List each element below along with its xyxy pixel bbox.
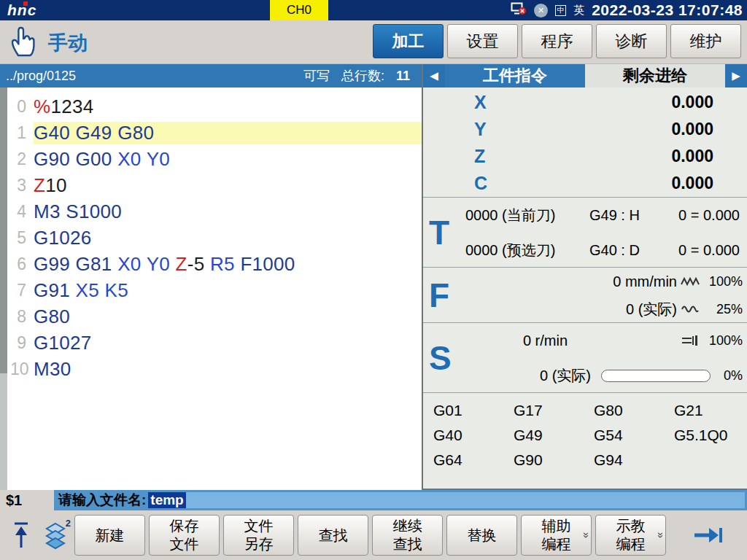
language-icon[interactable]: 中 bbox=[555, 5, 566, 16]
gcode-cell: G01 bbox=[433, 402, 514, 424]
feed-override-value: 100% bbox=[703, 274, 743, 289]
code-line[interactable]: 1G40 G49 G80 bbox=[10, 120, 422, 146]
softkey-label: 辅助 bbox=[542, 517, 571, 535]
code-line[interactable]: 0%1234 bbox=[10, 93, 422, 120]
line-number: 1 bbox=[10, 123, 34, 143]
gcode-cell: G40 bbox=[433, 427, 514, 448]
code-line[interactable]: 7G91 X5 K5 bbox=[10, 277, 422, 303]
axis-row-C: C0.000 bbox=[423, 170, 747, 197]
softkey-示教编程[interactable]: 示教编程» bbox=[595, 515, 666, 556]
prev-panel-arrow[interactable]: ◀ bbox=[423, 64, 445, 88]
spindle-programmed-row: 0 r/min 100% bbox=[465, 323, 747, 358]
axis-name: C bbox=[474, 173, 487, 194]
program-editor: ../prog/0125 可写 总行数: 11 0%12341G40 G49 G… bbox=[0, 64, 422, 490]
softkey-新建[interactable]: 新建 bbox=[74, 515, 145, 556]
tab-remaining-feed[interactable]: 剩余进给 bbox=[585, 64, 725, 88]
spindle-actual-value: 0 (实际) bbox=[465, 366, 601, 386]
softkey-label: 另存 bbox=[244, 535, 274, 553]
gcode-cell: G64 bbox=[433, 451, 514, 473]
tab-维护[interactable]: 维护 bbox=[670, 24, 741, 58]
editor-scrollbar[interactable] bbox=[0, 88, 7, 490]
tab-程序[interactable]: 程序 bbox=[522, 24, 592, 58]
code-line[interactable]: 2G90 G00 X0 Y0 bbox=[10, 146, 422, 172]
spindle-load-bar bbox=[601, 370, 711, 382]
gcode-cell: G5.1Q0 bbox=[674, 427, 747, 448]
brand-logo: hnc bbox=[7, 1, 41, 19]
next-panel-arrow[interactable]: ▶ bbox=[725, 64, 747, 88]
filename-prompt: 请输入文件名: bbox=[58, 491, 146, 510]
tool-compensation: G40 : D bbox=[589, 242, 674, 259]
spindle-programmed-value: 0 r/min bbox=[465, 332, 677, 349]
tool-letter: T bbox=[429, 213, 449, 252]
code-line[interactable]: 10M30 bbox=[10, 356, 422, 382]
line-text: G90 G00 X0 Y0 bbox=[34, 148, 422, 171]
line-text: G40 G49 G80 bbox=[34, 122, 422, 144]
code-line[interactable]: 3Z10 bbox=[10, 172, 422, 198]
softkey-保存文件[interactable]: 保存文件 bbox=[149, 515, 220, 556]
axis-name: Z bbox=[474, 146, 485, 167]
axis-value: 0.000 bbox=[671, 174, 713, 193]
topbar: hnc CH0 ✕ 中 英 2022-03-23 17:07:48 bbox=[0, 0, 747, 20]
softkey-label: 编程 bbox=[542, 535, 571, 553]
status-panel: ◀ 工件指令 剩余进给 ▶ X0.000Y0.000Z0.000C0.000 T… bbox=[422, 64, 747, 490]
code-line[interactable]: 6G99 G81 X0 Y0 Z-5 R5 F1000 bbox=[10, 251, 422, 277]
tool-comp-value: 0 = 0.000 bbox=[674, 242, 747, 259]
axis-row-Y: Y0.000 bbox=[423, 116, 747, 143]
line-text: G80 bbox=[34, 306, 422, 328]
feed-letter: F bbox=[429, 276, 449, 315]
network-error-icon bbox=[511, 2, 527, 18]
code-line[interactable]: 8G80 bbox=[10, 303, 422, 330]
code-line[interactable]: 9G1027 bbox=[10, 330, 422, 356]
softkey-page-indicator-icon[interactable]: 2 bbox=[40, 515, 71, 556]
return-top-icon[interactable] bbox=[6, 515, 36, 556]
gcode-cell: G90 bbox=[514, 451, 594, 473]
tool-section: T 0000 (当前刀)G49 : H0 = 0.0000000 (预选刀)G4… bbox=[423, 197, 747, 267]
softkey-查找[interactable]: 查找 bbox=[298, 515, 368, 556]
editor-header-info: 可写 总行数: 11 bbox=[303, 67, 410, 85]
code-line[interactable]: 4M3 S1000 bbox=[10, 198, 422, 225]
file-path: ../prog/0125 bbox=[6, 69, 76, 84]
code-line[interactable]: 5G1026 bbox=[10, 225, 422, 251]
tool-number: 0000 (当前刀) bbox=[465, 206, 589, 225]
logo-red-dot bbox=[23, 1, 28, 6]
line-number: 9 bbox=[10, 333, 34, 353]
gcode-cell: G49 bbox=[514, 427, 594, 448]
tab-workpiece-command[interactable]: 工件指令 bbox=[445, 64, 585, 88]
close-icon[interactable]: ✕ bbox=[534, 4, 548, 18]
softkey-继续查找[interactable]: 继续查找 bbox=[372, 515, 443, 556]
line-text: G99 G81 X0 Y0 Z-5 R5 F1000 bbox=[34, 253, 422, 276]
gcode-cell: G54 bbox=[594, 427, 674, 448]
tab-诊断[interactable]: 诊断 bbox=[596, 24, 667, 58]
filename-input[interactable]: temp bbox=[148, 492, 745, 508]
spindle-actual-row: 0 (实际) 0% bbox=[465, 358, 747, 393]
softkey-文件另存[interactable]: 文件另存 bbox=[223, 515, 294, 556]
language-label[interactable]: 英 bbox=[573, 4, 584, 18]
tool-row: 0000 (预选刀)G40 : D0 = 0.000 bbox=[465, 233, 747, 268]
gcode-cell bbox=[674, 451, 747, 473]
softkeys: 新建保存文件文件另存查找继续查找替换辅助编程»示教编程» bbox=[74, 515, 666, 556]
axis-name: Y bbox=[474, 119, 487, 140]
gcode-cell: G21 bbox=[674, 402, 747, 424]
nav-tabs: 加工设置程序诊断维护 bbox=[373, 24, 741, 58]
navbar: 手动 加工设置程序诊断维护 bbox=[0, 20, 747, 64]
filename-value[interactable]: temp bbox=[148, 492, 185, 508]
total-lines-value: 11 bbox=[396, 69, 410, 84]
line-text: %1234 bbox=[34, 96, 422, 118]
manual-mode-hand-icon bbox=[9, 25, 38, 61]
datetime: 2022-03-23 17:07:48 bbox=[592, 1, 743, 19]
softkey-辅助编程[interactable]: 辅助编程» bbox=[521, 515, 592, 556]
spindle-letter: S bbox=[429, 338, 452, 378]
total-lines-label: 总行数: bbox=[341, 67, 384, 85]
softkey-替换[interactable]: 替换 bbox=[446, 515, 517, 556]
spindle-rows: 0 r/min 100% 0 (实际) 0% bbox=[465, 323, 747, 393]
tab-设置[interactable]: 设置 bbox=[447, 24, 518, 58]
line-text: G1027 bbox=[34, 332, 422, 354]
line-number: 6 bbox=[10, 254, 34, 274]
next-softkey-page-icon[interactable] bbox=[674, 515, 741, 556]
axis-value: 0.000 bbox=[671, 120, 713, 139]
hnc-cnc-screen: hnc CH0 ✕ 中 英 2022-03-23 17:07:48 bbox=[0, 0, 747, 560]
scrollbar-thumb[interactable] bbox=[0, 88, 7, 373]
feed-rows: 0 mm/min 100% 0 (实际) 25% bbox=[465, 268, 747, 323]
softkey-label: 编程 bbox=[616, 535, 646, 553]
tab-加工[interactable]: 加工 bbox=[373, 24, 444, 58]
